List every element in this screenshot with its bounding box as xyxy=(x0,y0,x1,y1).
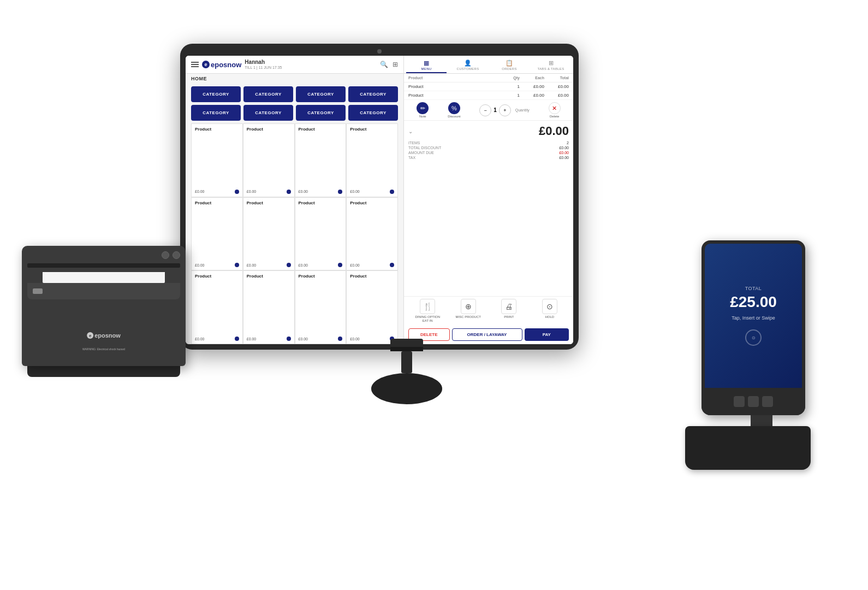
total-main-row: ⌄ £0.00 xyxy=(408,124,569,138)
hold-button[interactable]: ⊙ HOLD xyxy=(531,299,569,323)
product-cell-5[interactable]: Product £0.00 xyxy=(243,197,295,271)
note-button[interactable]: ✏ Note xyxy=(417,102,429,118)
pos-left-panel: e eposnow Hannah TILL 1 | 11 JUN 17:35 🔍… xyxy=(186,56,404,344)
terminal-bottom xyxy=(701,388,805,415)
brand-e: e xyxy=(202,61,210,68)
terminal-btn-2[interactable] xyxy=(748,396,759,407)
category-btn-3[interactable]: CATEGORY xyxy=(348,86,398,102)
product-cell-7[interactable]: Product £0.00 xyxy=(346,197,398,271)
terminal-btn-3[interactable] xyxy=(762,396,773,407)
print-button[interactable]: 🖨 PRINT xyxy=(490,299,528,323)
total-discount-label: TOTAL DISCOUNT xyxy=(408,146,441,150)
product-dot-4 xyxy=(235,263,239,267)
category-btn-1[interactable]: CATEGORY xyxy=(243,86,293,102)
product-cell-11[interactable]: Product £0.00 xyxy=(346,270,398,344)
receipt-totals: ⌄ £0.00 ITEMS 2 TOTAL DISCOUNT £0.00 AMO… xyxy=(404,121,573,296)
tab-customers[interactable]: 👤 CUSTOMERS xyxy=(448,58,488,73)
grand-total: £0.00 xyxy=(539,124,569,138)
printer-base xyxy=(27,366,180,377)
product-cell-1[interactable]: Product £0.00 xyxy=(243,123,295,197)
action-buttons: 🍴 DINING OPTIONEAT IN ⊕ MISC PRODUCT 🖨 P… xyxy=(404,296,573,325)
qty-plus-button[interactable]: + xyxy=(499,104,511,116)
grid-icon[interactable]: ⊞ xyxy=(393,61,398,68)
hamburger-icon[interactable] xyxy=(191,62,199,67)
product-dot-5 xyxy=(287,263,291,267)
breadcrumb: HOME xyxy=(186,74,403,84)
product-cell-3[interactable]: Product £0.00 xyxy=(346,123,398,197)
tax-row: TAX £0.00 xyxy=(408,155,569,160)
stand-neck xyxy=(401,351,412,374)
dining-option-icon: 🍴 xyxy=(420,299,435,314)
qty-value: 1 xyxy=(494,107,497,113)
misc-product-button[interactable]: ⊕ MISC PRODUCT xyxy=(449,299,488,323)
printer-button-1[interactable] xyxy=(162,251,169,259)
terminal-btn-1[interactable] xyxy=(734,396,745,407)
item-1-name: Product xyxy=(408,93,503,98)
chevron-down-icon[interactable]: ⌄ xyxy=(408,128,413,134)
product-cell-6[interactable]: Product £0.00 xyxy=(295,197,347,271)
terminal-screen: TOTAL £25.00 Tap, Insert or Swipe ⊙ xyxy=(705,244,802,388)
terminal-amount-label: TOTAL xyxy=(745,286,762,291)
print-icon: 🖨 xyxy=(501,299,516,314)
discount-button[interactable]: % Discount xyxy=(448,102,460,118)
tab-menu[interactable]: ▦ MENU xyxy=(406,58,447,73)
col-qty: Qty xyxy=(503,76,520,80)
product-cell-9[interactable]: Product £0.00 xyxy=(243,270,295,344)
category-btn-4[interactable]: CATEGORY xyxy=(191,105,241,121)
brand-name: eposnow xyxy=(211,61,241,69)
pay-button[interactable]: PAY xyxy=(525,328,569,341)
hold-icon: ⊙ xyxy=(542,299,557,314)
product-name-0: Product xyxy=(195,127,239,132)
items-label: ITEMS xyxy=(408,141,420,145)
item-1-qty: 1 xyxy=(503,93,520,98)
terminal-buttons xyxy=(734,396,773,407)
delete-item-button[interactable]: ✕ Delete xyxy=(549,102,561,118)
printer-front-button[interactable] xyxy=(33,288,43,294)
qty-minus-button[interactable]: − xyxy=(479,104,491,116)
quantity-label: Quantity xyxy=(515,108,530,112)
item-0-qty: 1 xyxy=(503,84,520,89)
category-btn-2[interactable]: CATEGORY xyxy=(296,86,346,102)
product-name-11: Product xyxy=(350,274,394,279)
tab-customers-label: CUSTOMERS xyxy=(457,67,479,70)
misc-product-icon: ⊕ xyxy=(461,299,476,314)
printer-brand-logo: e eposnow xyxy=(87,332,121,339)
tax-value: £0.00 xyxy=(559,156,569,160)
col-each: Each xyxy=(520,76,544,80)
product-cell-0[interactable]: Product £0.00 xyxy=(191,123,243,197)
order-layaway-button[interactable]: ORDER / LAYAWAY xyxy=(452,328,522,341)
user-till: TILL 1 | 11 JUN 17:35 xyxy=(245,66,282,70)
product-dot-6 xyxy=(338,263,342,267)
stand-hinge-bottom xyxy=(390,347,423,351)
receipt-item-0[interactable]: Product 1 £0.00 £0.00 xyxy=(404,82,573,91)
printer-container: e eposnow WARNING: Electrical shock haza… xyxy=(22,246,207,421)
category-btn-0[interactable]: CATEGORY xyxy=(191,86,241,102)
product-name-3: Product xyxy=(350,127,394,132)
printer-button-2[interactable] xyxy=(173,251,180,259)
customers-tab-icon: 👤 xyxy=(464,60,472,67)
dining-option-label: DINING OPTIONEAT IN xyxy=(415,315,440,323)
printer-front xyxy=(27,283,180,299)
category-btn-5[interactable]: CATEGORY xyxy=(243,105,293,121)
print-label: PRINT xyxy=(504,315,514,318)
product-name-4: Product xyxy=(195,200,239,205)
col-product: Product xyxy=(408,76,503,80)
product-dot-1 xyxy=(287,190,291,194)
dining-option-button[interactable]: 🍴 DINING OPTIONEAT IN xyxy=(408,299,447,323)
product-dot-9 xyxy=(287,337,291,341)
terminal-logo-area: ⊙ xyxy=(745,329,762,346)
search-icon[interactable]: 🔍 xyxy=(380,61,388,68)
product-cell-10[interactable]: Product £0.00 xyxy=(295,270,347,344)
receipt-item-1[interactable]: Product 1 £0.00 £0.00 xyxy=(404,91,573,100)
item-controls: ✏ Note % Discount − 1 + Quantity ✕ Delet… xyxy=(404,100,573,121)
tablet-stand xyxy=(371,339,442,404)
delete-label: Delete xyxy=(550,115,559,118)
tab-orders[interactable]: 📋 ORDERS xyxy=(489,58,530,73)
category-btn-7[interactable]: CATEGORY xyxy=(348,105,398,121)
category-btn-6[interactable]: CATEGORY xyxy=(296,105,346,121)
camera xyxy=(377,49,382,54)
product-cell-2[interactable]: Product £0.00 xyxy=(295,123,347,197)
tab-tables[interactable]: ⊞ TABS & TABLES xyxy=(531,58,571,73)
misc-product-label: MISC PRODUCT xyxy=(456,315,481,318)
product-name-1: Product xyxy=(247,127,291,132)
